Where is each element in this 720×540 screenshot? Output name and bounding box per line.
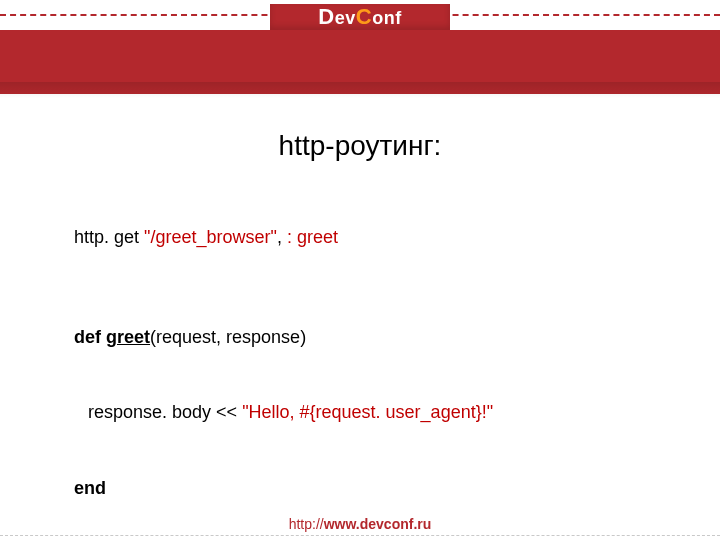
brand-cap-c: C: [356, 4, 372, 30]
footer-domain: www.devconf.ru: [324, 516, 432, 532]
code-text: response. body <<: [88, 402, 242, 422]
keyword-def: def: [74, 327, 106, 347]
footer-proto: http://: [289, 516, 324, 532]
string-literal: "Hello, #{request. user_agent}!": [242, 402, 493, 422]
zigzag-banner: [0, 30, 720, 82]
code-block: http. get "/greet_browser", : greet def …: [44, 200, 676, 526]
brand-onf: onf: [372, 8, 401, 29]
blank-line: [44, 276, 676, 300]
code-line-5: end: [44, 451, 676, 527]
brand-cap-d: D: [318, 4, 334, 30]
code-line-1: http. get "/greet_browser", : greet: [44, 200, 676, 276]
symbol-literal: : greet: [287, 227, 338, 247]
footer-url: http://www.devconf.ru: [0, 516, 720, 532]
footer-divider: [0, 535, 720, 536]
slide: DevConf http-роутинг: http. get "/greet_…: [0, 0, 720, 540]
keyword-end: end: [74, 478, 106, 498]
code-text: (request, response): [150, 327, 306, 347]
brand-text: DevConf: [318, 4, 401, 30]
code-line-3: def greet(request, response): [44, 300, 676, 376]
brand-badge: DevConf: [270, 4, 450, 30]
code-text: http. get: [74, 227, 144, 247]
slide-title: http-роутинг:: [0, 130, 720, 162]
method-name: greet: [106, 327, 150, 347]
string-literal: "/greet_browser": [144, 227, 277, 247]
brand-ev: ev: [335, 8, 356, 29]
code-line-4: response. body << "Hello, #{request. use…: [44, 375, 676, 451]
code-text: ,: [277, 227, 287, 247]
